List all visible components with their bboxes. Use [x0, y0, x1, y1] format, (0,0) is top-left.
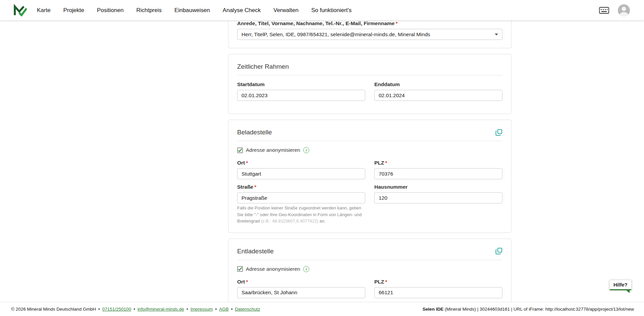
timeframe-card: Zeitlicher Rahmen Startdatum Enddatum — [228, 54, 512, 114]
footer: © 2026 Mineral Minds Deutschland GmbH • … — [0, 302, 644, 316]
footer-link-datenschutz[interactable]: Datenschutz — [235, 307, 260, 312]
main-nav: Karte Projekte Positionen Richtpreis Ein… — [37, 7, 352, 14]
belade-plz-field: PLZ* — [374, 160, 502, 179]
label-text: PLZ — [374, 160, 384, 166]
nav-item-verwalten[interactable]: Verwalten — [273, 7, 299, 14]
entlade-ort-field: Ort* — [237, 279, 365, 298]
footer-email-link[interactable]: info@mineral-minds.de — [138, 307, 184, 312]
required-asterisk: * — [254, 184, 256, 190]
beladestelle-card: Beladestelle Adresse anonymisieren i Ort… — [228, 120, 512, 233]
copy-icon[interactable] — [495, 248, 502, 255]
required-asterisk: * — [395, 20, 397, 26]
help-button-label: Hilfe? — [613, 282, 628, 288]
belade-strasse-field: Straße* Falls die Position keiner Straße… — [237, 184, 365, 225]
startdatum-field: Startdatum — [237, 81, 365, 101]
belade-strasse-label: Straße* — [237, 184, 365, 190]
copy-icon[interactable] — [495, 129, 502, 136]
nav-item-analyse-check[interactable]: Analyse Check — [223, 7, 261, 14]
entlade-plz-input[interactable] — [374, 287, 502, 298]
enddatum-input[interactable] — [374, 90, 502, 101]
required-asterisk: * — [385, 279, 387, 285]
helper-example: (z.B.: 48.8115607,9.4077422) — [261, 218, 318, 224]
entlade-ort-input[interactable] — [237, 287, 365, 298]
footer-copyright: © 2026 Mineral Minds Deutschland GmbH — [11, 307, 96, 312]
navbar-right — [599, 4, 630, 16]
separator: • — [186, 307, 188, 312]
divider — [237, 75, 502, 75]
nav-item-positionen[interactable]: Positionen — [97, 7, 123, 14]
info-icon[interactable]: i — [303, 147, 309, 153]
info-icon[interactable]: i — [303, 266, 309, 272]
footer-link-agb[interactable]: AGB — [219, 307, 229, 312]
belade-strasse-input[interactable] — [237, 192, 365, 203]
top-navbar: Karte Projekte Positionen Richtpreis Ein… — [0, 0, 644, 20]
label-text: Ort — [237, 279, 245, 285]
startdatum-input[interactable] — [237, 90, 365, 101]
startdatum-label: Startdatum — [237, 81, 365, 87]
contact-select[interactable]: Herr, TitelP, Selen, IDE, 0987/654321, s… — [237, 29, 502, 40]
label-text: PLZ — [374, 279, 384, 285]
check-icon — [238, 148, 242, 152]
required-asterisk: * — [246, 279, 248, 285]
belade-hausnummer-label: Hausnummer — [374, 184, 502, 190]
entlade-plz-field: PLZ* — [374, 279, 502, 298]
footer-phone-link[interactable]: 07151/250100 — [102, 307, 131, 312]
nav-item-einbauweisen[interactable]: Einbauweisen — [174, 7, 210, 14]
label-text: Ort — [237, 160, 245, 166]
belade-ort-label: Ort* — [237, 160, 365, 166]
entlade-ort-label: Ort* — [237, 279, 365, 285]
required-asterisk: * — [385, 160, 387, 166]
contact-select-value: Herr, TitelP, Selen, IDE, 0987/654321, s… — [241, 31, 430, 38]
keyboard-icon[interactable] — [599, 7, 609, 14]
nav-item-so-funktionierts[interactable]: So funktioniert's — [311, 7, 352, 14]
required-asterisk: * — [246, 160, 248, 166]
label-text: Straße — [237, 184, 253, 190]
user-icon — [618, 4, 630, 16]
belade-plz-input[interactable] — [374, 168, 502, 179]
separator: • — [98, 307, 100, 312]
footer-session-info: (Mineral Minds) | 30244603d161 | URL of … — [445, 307, 634, 312]
belade-plz-label: PLZ* — [374, 160, 502, 166]
anonymize-checkbox[interactable] — [237, 147, 243, 153]
enddatum-field: Enddatum — [374, 81, 502, 101]
mineral-minds-logo[interactable] — [13, 4, 27, 17]
check-icon — [238, 267, 242, 271]
belade-hausnummer-field: Hausnummer — [374, 184, 502, 225]
timeframe-title: Zeitlicher Rahmen — [237, 63, 502, 70]
helper-part2: an. — [318, 218, 326, 224]
enddatum-label: Enddatum — [374, 81, 502, 87]
help-bubble-tail-icon — [626, 290, 630, 293]
footer-right: Selen IDE (Mineral Minds) | 30244603d161… — [423, 307, 634, 312]
strasse-helper-text: Falls die Position keiner Straße zugeord… — [237, 205, 365, 225]
footer-link-impressum[interactable]: Impressum — [191, 307, 213, 312]
beladestelle-title: Beladestelle — [237, 129, 272, 136]
entladestelle-title: Entladestelle — [237, 248, 274, 255]
avatar[interactable] — [618, 4, 630, 16]
anonymize-label: Adresse anonymisieren — [246, 147, 300, 153]
nav-item-richtpreis[interactable]: Richtpreis — [136, 7, 162, 14]
nav-item-projekte[interactable]: Projekte — [63, 7, 84, 14]
footer-user: Selen IDE — [423, 307, 443, 312]
belade-ort-field: Ort* — [237, 160, 365, 179]
divider — [237, 141, 502, 141]
footer-left: © 2026 Mineral Minds Deutschland GmbH • … — [11, 307, 260, 312]
belade-hausnummer-input[interactable] — [374, 192, 502, 203]
nav-item-karte[interactable]: Karte — [37, 7, 51, 14]
separator: • — [215, 307, 217, 312]
separator: • — [231, 307, 233, 312]
chevron-down-icon — [495, 34, 498, 36]
belade-ort-input[interactable] — [237, 168, 365, 179]
contact-label: Anrede, Titel, Vorname, Nachname, Tel.-N… — [237, 20, 502, 26]
help-button[interactable]: Hilfe? — [609, 280, 632, 290]
anonymize-checkbox[interactable] — [237, 266, 243, 272]
main-content: Anrede, Titel, Vorname, Nachname, Tel.-N… — [228, 20, 512, 316]
separator: • — [133, 307, 135, 312]
entlade-plz-label: PLZ* — [374, 279, 502, 285]
contact-label-text: Anrede, Titel, Vorname, Nachname, Tel.-N… — [237, 20, 394, 26]
divider — [237, 260, 502, 260]
logo-icon — [13, 4, 27, 17]
anonymize-label: Adresse anonymisieren — [246, 266, 300, 272]
